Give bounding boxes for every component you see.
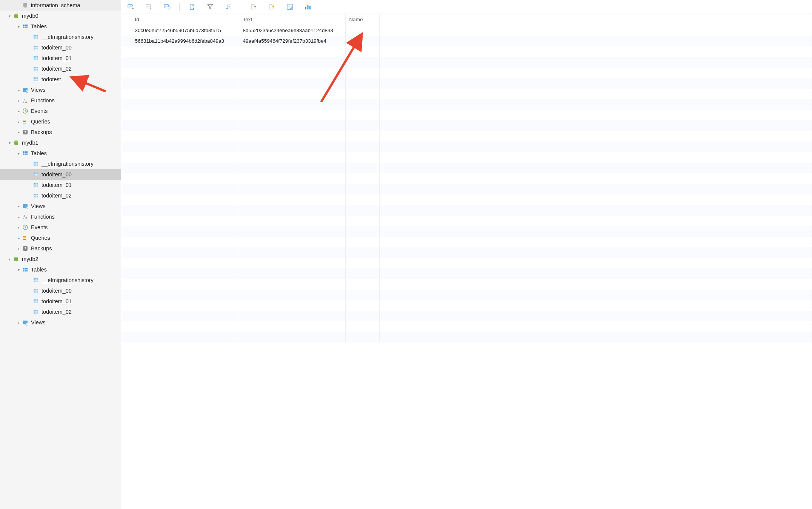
tree-item-views[interactable]: ▸Views [0, 201, 121, 211]
cell-text[interactable] [239, 78, 345, 89]
table-row[interactable] [121, 290, 812, 300]
table-row[interactable] [121, 237, 812, 247]
tree-item-tables[interactable]: ▾Tables [0, 21, 121, 32]
cell-id[interactable] [131, 173, 239, 184]
cell-id[interactable] [131, 120, 239, 131]
table-row[interactable]: 30c0e0e6f72546b59075b6d73fb3f5158d552023… [121, 25, 812, 36]
table-row[interactable] [121, 68, 812, 78]
cell-id[interactable] [131, 89, 239, 99]
cell-text[interactable] [239, 321, 345, 332]
tree-item-table[interactable]: todoitem_01 [0, 180, 121, 190]
cell-text[interactable] [239, 300, 345, 311]
table-row[interactable] [121, 163, 812, 173]
table-row[interactable] [121, 332, 812, 342]
tree-item-table[interactable]: todoitem_00 [0, 42, 121, 53]
cell-id[interactable] [131, 237, 239, 247]
cell-name[interactable] [345, 247, 379, 258]
cell-id[interactable] [131, 68, 239, 78]
cell-name[interactable] [345, 89, 379, 99]
cell-id[interactable]: 30c0e0e6f72546b59075b6d73fb3f515 [131, 25, 239, 36]
tree-item-views[interactable]: ▸Views [0, 85, 121, 95]
table-row[interactable] [121, 99, 812, 110]
cell-text[interactable] [239, 279, 345, 290]
chevron-icon[interactable]: ▾ [7, 257, 12, 261]
cell-name[interactable] [345, 194, 379, 205]
delete-row-button[interactable] [143, 1, 154, 12]
cell-id[interactable] [131, 226, 239, 237]
chevron-icon[interactable]: ▸ [16, 236, 21, 240]
export-button[interactable] [266, 1, 277, 12]
tree-item-functions[interactable]: ▸ƒxFunctions [0, 95, 121, 106]
data-grid[interactable]: Id Text Name 30c0e0e6f72546b59075b6d73fb… [121, 14, 812, 509]
cell-id[interactable] [131, 300, 239, 311]
cell-text[interactable] [239, 89, 345, 99]
cell-name[interactable] [345, 36, 379, 46]
tree-item-tables[interactable]: ▾Tables [0, 148, 121, 159]
cell-id[interactable] [131, 279, 239, 290]
refresh-button[interactable] [161, 1, 172, 12]
cell-name[interactable] [345, 152, 379, 163]
cell-text[interactable]: 49aaf4a559464f729fef237b3319fbe4 [239, 36, 345, 46]
chevron-icon[interactable]: ▸ [16, 247, 21, 251]
chevron-icon[interactable]: ▸ [16, 225, 21, 230]
cell-id[interactable] [131, 131, 239, 142]
cell-text[interactable] [239, 290, 345, 300]
table-row[interactable] [121, 279, 812, 290]
tree-item-table[interactable]: todoitem_01 [0, 296, 121, 307]
cell-name[interactable] [345, 321, 379, 332]
tree-item-table[interactable]: todoitem_00 [0, 285, 121, 296]
tree-item-table[interactable]: __efmigrationshistory [0, 159, 121, 169]
cell-text[interactable] [239, 57, 345, 68]
cell-text[interactable] [239, 120, 345, 131]
new-query-button[interactable] [186, 1, 198, 12]
cell-name[interactable] [345, 226, 379, 237]
tree-item-views[interactable]: ▸Views [0, 317, 121, 328]
cell-id[interactable] [131, 311, 239, 321]
tree-item-backups[interactable]: ▸Backups [0, 127, 121, 137]
cell-text[interactable] [239, 311, 345, 321]
cell-id[interactable] [131, 142, 239, 152]
filter-button[interactable] [205, 1, 216, 12]
cell-text[interactable] [239, 142, 345, 152]
cell-text[interactable] [239, 194, 345, 205]
cell-text[interactable] [239, 237, 345, 247]
tree-item-events[interactable]: ▸Events [0, 106, 121, 116]
tree-item-table[interactable]: todoitem_02 [0, 190, 121, 201]
tree-item-queries[interactable]: ▸Queries [0, 233, 121, 243]
table-row[interactable] [121, 46, 812, 57]
cell-id[interactable] [131, 110, 239, 120]
table-row[interactable] [121, 142, 812, 152]
structure-button[interactable] [284, 1, 295, 12]
table-row[interactable] [121, 131, 812, 142]
table-row[interactable] [121, 57, 812, 68]
tree-item-db[interactable]: ▾mydb0 [0, 11, 121, 21]
table-row[interactable] [121, 110, 812, 120]
cell-name[interactable] [345, 68, 379, 78]
sidebar-tree[interactable]: information_schema▾mydb0▾Tables__efmigra… [0, 0, 121, 509]
chevron-icon[interactable]: ▸ [16, 88, 21, 92]
chevron-icon[interactable]: ▸ [16, 215, 21, 219]
cell-name[interactable] [345, 142, 379, 152]
cell-name[interactable] [345, 311, 379, 321]
cell-id[interactable] [131, 46, 239, 57]
chevron-icon[interactable]: ▸ [16, 120, 21, 124]
cell-text[interactable] [239, 216, 345, 226]
cell-text[interactable] [239, 173, 345, 184]
tree-item-backups[interactable]: ▸Backups [0, 243, 121, 254]
table-row[interactable] [121, 89, 812, 99]
tree-item-tables[interactable]: ▾Tables [0, 264, 121, 275]
cell-name[interactable] [345, 290, 379, 300]
chevron-icon[interactable]: ▾ [7, 141, 12, 145]
tree-item-queries[interactable]: ▸Queries [0, 116, 121, 127]
cell-id[interactable]: 56631ba11b4b42a9994b6d2feba849a3 [131, 36, 239, 46]
table-row[interactable] [121, 216, 812, 226]
chart-button[interactable] [302, 1, 314, 12]
cell-name[interactable] [345, 99, 379, 110]
chevron-icon[interactable]: ▸ [16, 99, 21, 103]
table-row[interactable] [121, 78, 812, 89]
table-row[interactable] [121, 258, 812, 268]
cell-id[interactable] [131, 205, 239, 216]
cell-text[interactable] [239, 268, 345, 279]
table-row[interactable]: 56631ba11b4b42a9994b6d2feba849a349aaf4a5… [121, 36, 812, 46]
column-header-text[interactable]: Text [239, 14, 345, 25]
